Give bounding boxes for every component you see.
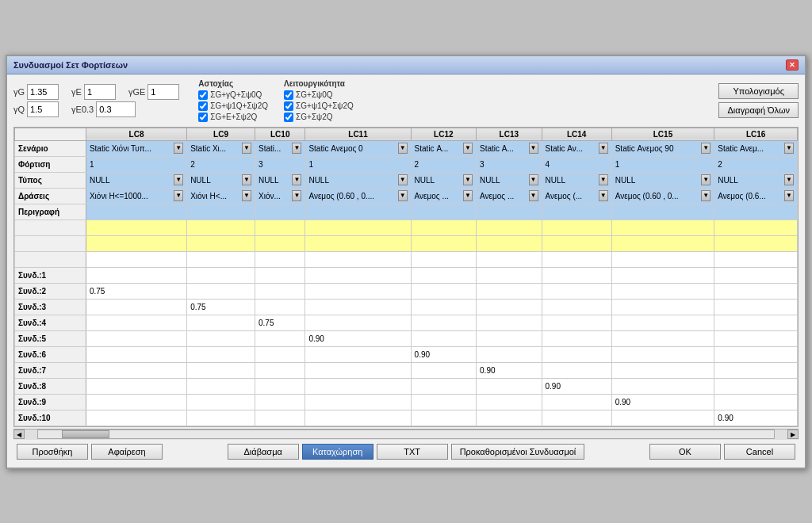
table-cell [86,251,186,267]
ok-button[interactable]: OK [649,444,721,460]
leitourgikotita-cb1-check[interactable] [284,90,293,100]
table-cell [411,204,476,220]
astoxia-cb2-check[interactable] [198,101,208,111]
table-cell[interactable]: Static Χιόνι Τυπ...▼ [86,140,186,156]
table-cell [477,235,542,251]
table-cell [255,235,305,251]
table-cell[interactable]: Χιόνι Η<=1000...▼ [86,188,186,204]
table-cell[interactable]: Ανεμος ...▼ [477,188,542,204]
table-cell[interactable]: Ανεμος (0.60 , 0...▼ [611,188,714,204]
txt-button[interactable]: TXT [377,444,448,460]
table-cell[interactable]: Static Ανεμος 0▼ [305,140,411,156]
comb-row-label: Συνδ.:2 [15,283,86,299]
scroll-left-btn[interactable]: ◀ [13,429,25,439]
table-cell[interactable]: Static Α...▼ [477,140,542,156]
grid-wrapper[interactable]: LC8 LC9 LC10 LC11 LC12 LC13 LC14 LC15 LC… [14,128,798,426]
right-buttons: Υπολογισμός Διαγραφή Όλων [718,83,799,118]
drastis-label: Δράσεις [15,188,86,204]
table-cell[interactable]: Χιόν...▼ [255,188,305,204]
tipos-row: ΤύποςNULL▼NULL▼NULL▼NULL▼NULL▼NULL▼NULL▼… [15,172,798,188]
table-cell[interactable]: Static Χι...▼ [187,140,255,156]
table-cell[interactable]: NULL▼ [255,172,305,188]
fortisi-row: Φόρτιση123123412 [15,156,798,172]
title-bar: Συνδυασμοί Σετ Φορτίσεων ✕ [7,56,805,74]
table-cell: 0.90 [714,410,798,426]
table-cell[interactable]: NULL▼ [86,172,186,188]
comb-row-label: Συνδ.:3 [15,299,86,315]
table-cell[interactable]: NULL▼ [477,172,542,188]
table-cell[interactable]: NULL▼ [187,172,255,188]
delete-all-button[interactable]: Διαγραφή Όλων [718,102,799,118]
leitourgikotita-cb3-check[interactable] [284,113,293,122]
yE-input[interactable] [84,84,116,100]
table-cell[interactable]: Ανεμος ...▼ [411,188,476,204]
table-cell [714,299,798,315]
table-cell[interactable]: NULL▼ [411,172,476,188]
table-cell [542,220,611,235]
table-cell [305,220,411,235]
table-cell[interactable]: NULL▼ [305,172,411,188]
table-cell[interactable]: Stati...▼ [255,140,305,156]
table-cell[interactable]: Static Α...▼ [411,140,476,156]
table-cell [714,330,798,346]
cancel-button[interactable]: Cancel [724,444,795,460]
table-cell [714,346,798,362]
yQ-input[interactable] [27,101,59,117]
table-cell[interactable]: Ανεμος (0.60 , 0....▼ [305,188,411,204]
table-cell[interactable]: Static Αν...▼ [542,140,611,156]
predef-button[interactable]: Προκαθορισμένοι Συνδυασμοί [451,444,585,460]
table-cell [255,204,305,220]
horizontal-scrollbar[interactable]: ◀ ▶ [13,429,799,440]
calc-button[interactable]: Υπολογισμός [718,83,799,99]
remove-button[interactable]: Αφαίρεση [91,444,163,460]
table-cell [187,362,255,378]
table-cell [411,235,476,251]
save-button[interactable]: Καταχώρηση [302,444,373,460]
table-cell [477,378,542,394]
yGE-input[interactable] [147,84,179,100]
main-table-container: LC8 LC9 LC10 LC11 LC12 LC13 LC14 LC15 LC… [13,127,799,427]
read-button[interactable]: Διάβασμα [228,444,299,460]
table-cell [187,346,255,362]
add-button[interactable]: Προσθήκη [17,444,88,460]
yE03-input[interactable] [96,101,136,117]
table-cell[interactable]: Static Ανεμ...▼ [714,140,798,156]
table-cell[interactable]: Ανεμος (...▼ [542,188,611,204]
scrollbar-thumb[interactable] [62,430,109,438]
main-table: LC8 LC9 LC10 LC11 LC12 LC13 LC14 LC15 LC… [14,128,798,426]
table-cell [187,394,255,410]
table-cell[interactable]: NULL▼ [542,172,611,188]
table-cell [411,299,476,315]
table-cell [187,204,255,220]
column-header-row: LC8 LC9 LC10 LC11 LC12 LC13 LC14 LC15 LC… [15,128,798,140]
table-cell [542,330,611,346]
close-button[interactable]: ✕ [786,59,799,71]
table-cell [611,362,714,378]
table-cell[interactable]: NULL▼ [611,172,714,188]
col-lc14: LC14 [542,128,611,140]
bottom-left-buttons: Προσθήκη Αφαίρεση [17,444,163,460]
table-cell [411,267,476,283]
bottom-right-buttons: OK Cancel [649,444,795,460]
yE03-label: γE0.3 [71,105,94,114]
astoxia-cb1-check[interactable] [198,90,208,100]
table-cell[interactable]: Static Ανεμος 90▼ [611,140,714,156]
astoxia-cb3-check[interactable] [198,113,208,122]
leitourgikotita-cb2-check[interactable] [284,101,293,111]
scrollbar-track[interactable] [37,429,775,439]
table-cell[interactable]: Ανεμος (0.6...▼ [714,188,798,204]
scenario-label: Σενάριο [15,140,86,156]
checkboxes-area: Αστοχίας ΣG+γQ+Σψ0Q ΣG+ψ1Q+Σψ2Q ΣG+E+Σψ2… [198,79,709,122]
table-cell [477,283,542,299]
yG-group: γG [13,84,59,100]
table-cell[interactable]: Χιόνι Η<...▼ [187,188,255,204]
table-cell[interactable]: NULL▼ [714,172,798,188]
table-cell [86,410,186,426]
table-cell [255,378,305,394]
yG-input[interactable] [27,84,59,100]
comb-row: Συνδ.:80.90 [15,378,798,394]
table-cell [255,251,305,267]
table-cell [542,283,611,299]
table-cell [477,410,542,426]
scroll-right-btn[interactable]: ▶ [787,429,799,439]
